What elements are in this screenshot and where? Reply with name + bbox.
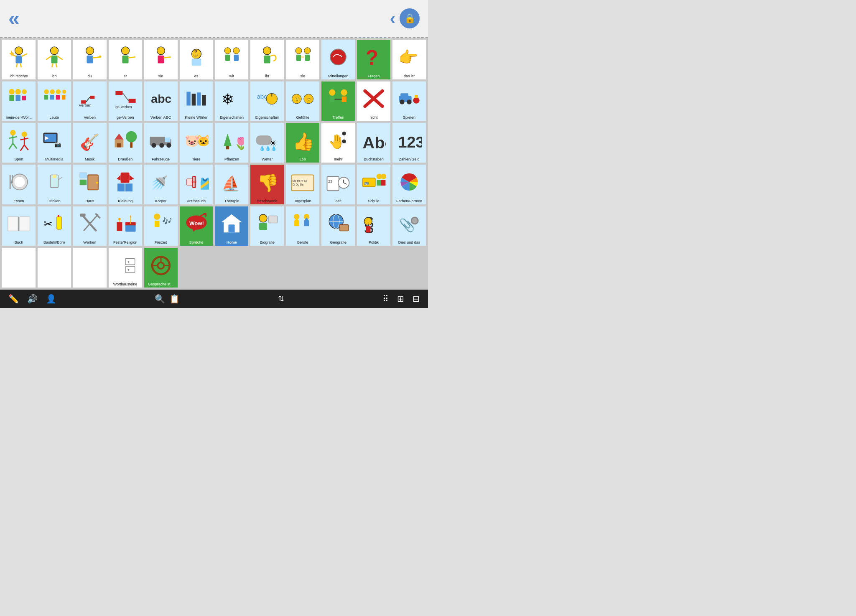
es-cell[interactable]: 👶es (179, 39, 214, 80)
zahlen-cell[interactable]: 123Zahlen/Geld (392, 122, 426, 163)
grid-sort-icon[interactable]: ⊞ (397, 294, 404, 304)
basteln-label: Basteln/Büro (43, 241, 65, 245)
multimedia-cell[interactable]: 📷▶Multimedia (37, 122, 71, 163)
fragen-cell[interactable]: ?Fragen (357, 39, 391, 80)
farben-icon (393, 165, 425, 199)
svg-rect-195 (269, 216, 278, 223)
svg-rect-141 (125, 184, 132, 192)
gespraeche-cell[interactable]: Gespräche st... (144, 247, 178, 288)
musik-cell[interactable]: 🎸Musik (73, 122, 107, 163)
sie1-cell[interactable]: sie (144, 39, 178, 80)
beschwerde-icon: 👎 (251, 165, 283, 199)
draussen-cell[interactable]: Draußen (108, 122, 143, 163)
back-button[interactable]: « (8, 8, 20, 28)
svg-rect-112 (165, 137, 170, 142)
wortbausteine-cell[interactable]: ++Wortbausteine (108, 247, 143, 288)
ich-moechte-cell[interactable]: 👆ich möchte (2, 39, 36, 80)
grid-small-icon[interactable]: ⠿ (382, 294, 389, 304)
mitteilungen-cell[interactable]: Mitteilungen (321, 39, 355, 80)
haus-cell[interactable]: Haus (73, 164, 107, 205)
mehr-cell[interactable]: 🤚mehr (321, 122, 355, 163)
svg-text:📷: 📷 (54, 140, 61, 148)
svg-rect-139 (120, 173, 129, 183)
tagesplan-label: Tagesplan (294, 199, 311, 204)
grid-large-icon[interactable]: ⊟ (413, 294, 420, 304)
svg-rect-57 (115, 91, 122, 95)
spielen-cell[interactable]: Spielen (392, 81, 426, 122)
svg-rect-208 (366, 226, 370, 232)
search-icon[interactable]: 🔍 (155, 294, 165, 304)
therapie-cell[interactable]: ⛵Therapie (214, 164, 249, 205)
doc-icon[interactable]: 📋 (169, 294, 180, 304)
politik-cell[interactable]: §Politik (357, 206, 391, 247)
wir-cell[interactable]: wir (214, 39, 249, 80)
feste-cell[interactable]: Feste/Religion (108, 206, 143, 247)
sprueche-cell[interactable]: Wow!Sprüche (179, 206, 214, 247)
schule-cell[interactable]: 🚌Schule (357, 164, 391, 205)
pencil-icon[interactable]: ✏️ (8, 294, 19, 304)
eigenschaften1-cell[interactable]: ❄Eigenschaften (214, 81, 249, 122)
farben-cell[interactable]: Farben/Formen (392, 164, 426, 205)
geografie-label: Geografie (330, 241, 346, 245)
eigenschaften2-cell[interactable]: abcEigenschaften (250, 81, 284, 122)
buchstaben-cell[interactable]: AbcBuchstaben (357, 122, 391, 163)
sort-icon[interactable]: ⇅ (278, 294, 284, 303)
freizeit-cell[interactable]: 🎶Freizeit (144, 206, 178, 247)
das-ist-cell[interactable]: 👉das ist (392, 39, 426, 80)
sie2-cell[interactable]: sie (285, 39, 320, 80)
werken-cell[interactable]: Werken (73, 206, 107, 247)
ihr-cell[interactable]: ihr (250, 39, 284, 80)
svg-rect-213 (125, 258, 135, 265)
du-cell[interactable]: du (73, 39, 107, 80)
verben-abc-cell[interactable]: abcVerben ABC (144, 81, 178, 122)
mein-wort-cell[interactable]: mein-der-Wör... (2, 81, 36, 122)
svg-rect-104 (117, 143, 121, 147)
nav-back-button[interactable]: ‹ (390, 9, 395, 28)
svg-rect-50 (44, 95, 48, 99)
koerper-cell[interactable]: 🚿Körper (144, 164, 178, 205)
arztbesuch-cell[interactable]: 🎽Arztbesuch (179, 164, 214, 205)
speaker-info-icon[interactable]: 🔊 (27, 294, 38, 304)
empty1-cell[interactable] (2, 247, 36, 288)
buch-cell[interactable]: Buch (2, 206, 36, 247)
svg-point-7 (50, 47, 58, 55)
dies-das-cell[interactable]: 📎Dies und das (392, 206, 426, 247)
mehr-label: mehr (334, 158, 343, 162)
home-icon (216, 207, 247, 240)
kleidung-cell[interactable]: Kleidung (108, 164, 143, 205)
svg-line-96 (24, 145, 28, 150)
biografie-cell[interactable]: Biografie (250, 206, 284, 247)
home-cell[interactable]: Home (214, 206, 249, 247)
essen-cell[interactable]: Essen (2, 164, 36, 205)
wetter-cell[interactable]: ☀💧💧💧Wetter (250, 122, 284, 163)
basteln-cell[interactable]: ✂Basteln/Büro (37, 206, 71, 247)
spielen-label: Spielen (403, 116, 415, 120)
beschwerde-cell[interactable]: 👎Beschwerde (250, 164, 284, 205)
er-cell[interactable]: er (108, 39, 143, 80)
verben-cell[interactable]: VerbenVerben (73, 81, 107, 122)
freizeit-icon: 🎶 (145, 207, 177, 240)
tiere-cell[interactable]: 🐷🐱Tiere (179, 122, 214, 163)
kleine-woerter-cell[interactable]: Kleine Wörter (179, 81, 214, 122)
lock-button[interactable]: 🔒 (400, 8, 420, 28)
person-sound-icon[interactable]: 👤 (46, 294, 56, 304)
trinken-cell[interactable]: Trinken (37, 164, 71, 205)
geografie-cell[interactable]: Geografie (321, 206, 355, 247)
sport-cell[interactable]: Sport (2, 122, 36, 163)
empty3-cell[interactable] (73, 247, 107, 288)
tagesplan-cell[interactable]: Mo Mi Fr SoDi Do SaTagesplan (285, 164, 320, 205)
svg-point-20 (157, 47, 165, 55)
empty2-cell[interactable] (37, 247, 71, 288)
lob-cell[interactable]: 👍Lob (285, 122, 320, 163)
ge-verben-cell[interactable]: ge-Verbenge-Verben (108, 81, 143, 122)
pflanzen-cell[interactable]: 🌷Pflanzen (214, 122, 249, 163)
gefuehle-cell[interactable]: 😟😊Gefühle (285, 81, 320, 122)
ich-cell[interactable]: ich (37, 39, 71, 80)
leute-cell[interactable]: Leute (37, 81, 71, 122)
svg-line-95 (20, 145, 24, 151)
treffen-cell[interactable]: Treffen (321, 81, 355, 122)
berufe-cell[interactable]: Berufe (285, 206, 320, 247)
fahrzeuge-cell[interactable]: Fahrzeuge (144, 122, 178, 163)
nicht-cell[interactable]: nicht (357, 81, 391, 122)
zeit-cell[interactable]: 23Zeit (321, 164, 355, 205)
